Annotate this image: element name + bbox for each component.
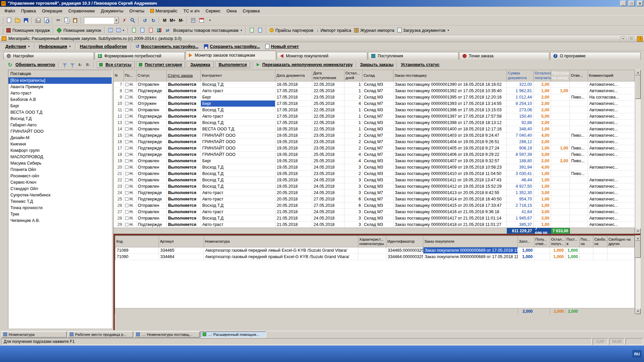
order-sum-cell[interactable]: 322,00 [507,81,534,88]
order-remaining-cell[interactable]: 1,00 [534,171,551,177]
supplier-item[interactable]: Княгиня [8,141,112,147]
order-incoming-cell[interactable]: 2,00 [551,158,570,164]
order-document-cell[interactable]: Заказ поставщику 00000001393 от 17.05.20… [393,101,507,107]
order-remaining-cell[interactable]: 2,00 [534,81,551,88]
order-remaining-cell[interactable]: 4,00 [534,132,551,139]
order-status-cell[interactable]: Подтвержде [137,145,167,152]
order-incoming-cell[interactable] [551,81,570,88]
order-mark-cell[interactable]: Н. [124,222,137,228]
order-comment-cell[interactable]: Автоматичес... [588,120,635,126]
load-documents-button[interactable]: Загрузка документов ▼ [396,26,451,34]
order-comment-cell[interactable]: Автоматичес... [588,202,635,209]
item-free-on-cell[interactable] [593,254,607,260]
order-row[interactable]: 21 Н. Отправлен Выполняется Восход Т.Д 1… [114,171,635,177]
col-header-articul[interactable]: Артикул [159,236,204,247]
toolbar-grip[interactable] [2,27,3,34]
order-row-number[interactable]: 21 [114,171,124,177]
col-header-contractor[interactable]: Контрагент [201,70,275,81]
order-receipt-date-cell[interactable]: 22.05.2018 [312,113,344,120]
scrollbar-thumb[interactable] [635,241,641,258]
order-document-cell[interactable]: Заказ поставщику 00000001400 от 18.05.20… [393,126,507,132]
tab[interactable]: Формирование потребностей [95,52,185,60]
order-state-cell[interactable]: Выполняется [167,222,201,228]
order-doc-date-cell[interactable]: 20.05.2018 [275,190,312,196]
order-state-cell[interactable]: Выполняется [167,209,201,215]
menu-item[interactable]: ТС и з/ч [180,7,203,15]
item-remaining-cell[interactable]: 1,000 [550,254,566,260]
order-row-number[interactable]: 22 [114,177,124,183]
order-sum-cell[interactable]: 188,80 [507,158,534,164]
supplier-item[interactable]: Безбогов А.В [8,97,112,103]
order-state-cell[interactable]: Выполняется [167,81,201,88]
order-days-cell[interactable]: 4 [344,158,363,164]
sort-ascending-button[interactable] [77,61,84,68]
supplier-item[interactable]: Дизайн-М [8,135,112,141]
order-mark-cell[interactable]: Н. [124,94,137,101]
order-comment-cell[interactable]: Автоматичес... [588,215,635,222]
col-header-received[interactable]: Полу... отме... [534,236,550,247]
item-remaining-cell[interactable]: 1,000 [550,247,566,254]
order-sum-cell[interactable]: 385,37 [507,222,534,228]
order-status-cell[interactable]: Отправлен [137,164,167,171]
order-sum-cell[interactable]: 8 597,39 [507,152,534,158]
order-remaining-cell[interactable]: 3,00 [534,215,551,222]
order-responsible-cell[interactable] [570,120,588,126]
order-warehouse-cell[interactable]: Склад М7 [363,196,393,202]
order-doc-date-cell[interactable]: 19.05.2018 [275,152,312,158]
order-remaining-cell[interactable]: 3,00 [534,209,551,215]
order-status-cell[interactable]: Отправлен [137,183,167,190]
order-comment-cell[interactable]: Автоматичес... [588,107,635,113]
tab[interactable]: Монитор покупателей [277,52,367,60]
order-incoming-cell[interactable] [551,107,570,113]
order-state-cell[interactable]: Выполняется [167,215,201,222]
table-view-2-button[interactable]: ▼ [115,26,126,34]
order-responsible-cell[interactable]: Пиво... [570,158,588,164]
order-row[interactable]: 16 Н. Подтвержде Выполняется ГРИНЛАЙТ ОО… [114,139,635,145]
order-warehouse-cell[interactable]: Склад М3 [363,215,393,222]
order-contractor-cell[interactable]: Восход Т.Д [201,107,275,113]
order-days-cell[interactable]: 2 [344,171,363,177]
order-row-number[interactable]: 13 [114,120,124,126]
order-receipt-date-cell[interactable]: 27.05.2018 [312,196,344,202]
order-incoming-cell[interactable] [551,177,570,183]
order-state-cell[interactable]: Выполняется [167,183,201,190]
order-incoming-cell[interactable] [551,222,570,228]
order-mark-cell[interactable]: Н. [124,158,137,164]
order-receipt-date-cell[interactable]: 22.05.2018 [312,88,344,94]
item-row[interactable]: 71089 334465 Амортизатор газовый передни… [115,247,635,254]
order-responsible-cell[interactable] [570,190,588,196]
order-incoming-cell[interactable] [551,152,570,158]
calculator-memory-button[interactable]: M- [177,17,185,23]
save-settings-button[interactable]: Сохранить настройку... [201,43,263,50]
order-comment-cell[interactable]: Автоматичес... [588,132,635,139]
col-header-n[interactable]: N [114,70,124,81]
order-row-number[interactable]: 20 [114,164,124,171]
col-header-responsible[interactable]: Отве... [570,70,588,81]
order-remaining-cell[interactable]: 2,00 [534,107,551,113]
item-received-cell[interactable] [534,247,550,254]
order-responsible-cell[interactable] [570,164,588,171]
col-header-remaining[interactable]: Осталось получить [534,70,551,81]
order-contractor-cell[interactable]: Восход Т.Д [201,183,275,190]
order-contractor-cell[interactable]: Восход Т.Д [201,171,275,177]
order-mark-cell[interactable]: Н. [124,145,137,152]
order-doc-date-cell[interactable]: 17.05.2018 [275,94,312,101]
order-contractor-cell[interactable]: Авто-траст [201,88,275,94]
order-contractor-cell[interactable]: Восход Т.Д [201,81,275,88]
order-receipt-date-cell[interactable]: 22.05.2018 [312,107,344,113]
supplier-item[interactable]: Планета Ойл [8,167,112,173]
document-blue-2-button[interactable] [256,26,264,34]
order-comment-cell[interactable]: Автоматичес... [588,81,635,88]
order-receipt-date-cell[interactable]: 23.05.2018 [312,145,344,152]
order-days-cell[interactable]: 1 [344,120,363,126]
order-days-cell[interactable]: 2 [344,139,363,145]
order-row-number[interactable]: 12 [114,113,124,120]
order-document-cell[interactable]: Заказ поставщику 00000001416 от 21.05.20… [393,209,507,215]
order-incoming-cell[interactable] [551,139,570,145]
order-status-cell[interactable]: Подтвержде [137,152,167,158]
item-code-cell[interactable]: 71089 [115,247,159,254]
window-taskbar-button[interactable]: ...: Расширенный помощни... [201,331,266,338]
item-planned-cell[interactable]: 1,000 [518,254,534,260]
maximize-button[interactable]: □ [629,1,635,6]
order-incoming-cell[interactable] [551,209,570,215]
